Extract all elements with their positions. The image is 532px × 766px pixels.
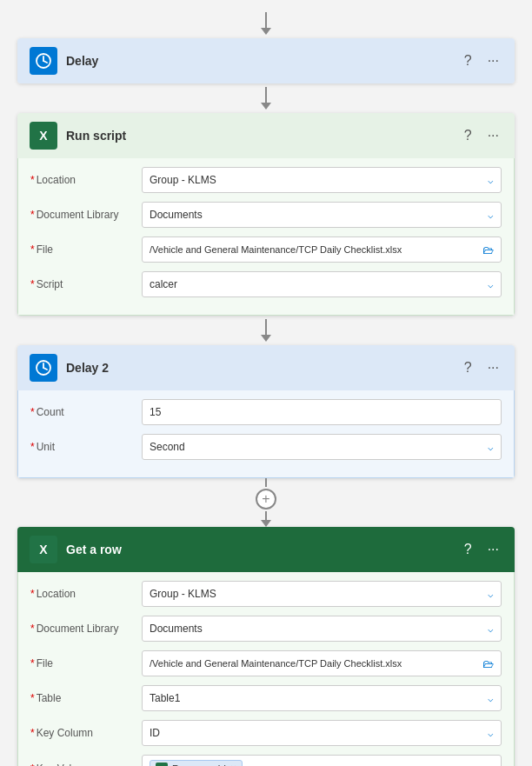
add-step-button[interactable]: +: [256, 489, 276, 510]
getrow-keycolumn-label: *Key Column: [30, 727, 135, 739]
excel-icon-text: X: [39, 129, 47, 143]
arrow-head: [261, 335, 271, 342]
delay2-unit-input[interactable]: Second ⌵: [142, 434, 502, 460]
arrow-line: [265, 12, 267, 28]
runscript-more-btn[interactable]: ···: [484, 126, 502, 145]
chevron-down-icon: ⌵: [488, 279, 494, 290]
excel-icon-text: X: [39, 543, 47, 556]
runscript-header[interactable]: X Run script ? ···: [17, 113, 515, 158]
getrow-body: *Location Group - KLMS ⌵ *Document Libra…: [17, 572, 515, 766]
getrow-help-btn[interactable]: ?: [461, 540, 475, 559]
delay2-title: Delay 2: [66, 361, 452, 375]
getrow-actions: ? ···: [461, 540, 502, 559]
token-excel-icon: X: [156, 763, 168, 766]
getrow-file-label: *File: [30, 657, 135, 669]
getrow-more-btn[interactable]: ···: [484, 540, 502, 559]
delay2-count-row: *Count 15: [30, 399, 502, 425]
delay2-header[interactable]: Delay 2 ? ···: [17, 345, 515, 390]
delay2-body: *Count 15 *Unit Second ⌵: [17, 390, 515, 478]
runscript-file-label: *File: [30, 243, 135, 256]
getrow-keyvalue-input[interactable]: X Response Id ×: [142, 755, 502, 766]
getrow-file-row: *File /Vehicle and General Maintenance/T…: [30, 650, 502, 676]
getrow-table-row: *Table Table1 ⌵: [30, 685, 502, 711]
getrow-table-label: *Table: [30, 692, 135, 704]
arrow-connector-1: [261, 83, 271, 113]
runscript-block: X Run script ? ··· *Location Group - KLM…: [17, 113, 515, 316]
runscript-doclibrary-row: *Document Library Documents ⌵: [30, 202, 502, 228]
runscript-title: Run script: [66, 129, 452, 143]
getrow-keyvalue-row: *Key Value X Response Id ×: [30, 755, 502, 766]
runscript-script-label: *Script: [30, 278, 135, 290]
getrow-location-input[interactable]: Group - KLMS ⌵: [142, 581, 502, 607]
svg-line-5: [43, 368, 47, 370]
runscript-doclibrary-label: *Document Library: [30, 209, 135, 221]
runscript-location-row: *Location Group - KLMS ⌵: [30, 167, 502, 193]
getrow-block: X Get a row ? ··· *Location Group - KLMS…: [17, 527, 515, 766]
getrow-doclibrary-input[interactable]: Documents ⌵: [142, 616, 502, 642]
clock2-icon: [35, 359, 52, 376]
arrow-line-bottom: [265, 511, 267, 520]
clock-icon: [35, 52, 52, 70]
getrow-keycolumn-input[interactable]: ID ⌵: [142, 720, 502, 746]
chevron-down-icon: ⌵: [488, 623, 494, 635]
getrow-title: Get a row: [66, 543, 452, 556]
chevron-down-icon: ⌵: [488, 210, 494, 221]
delay-header[interactable]: Delay ? ···: [17, 38, 515, 83]
delay2-more-btn[interactable]: ···: [484, 358, 502, 377]
delay-title: Delay: [66, 54, 452, 68]
chevron-down-icon: ⌵: [488, 589, 494, 600]
arrow-line: [265, 319, 267, 335]
chevron-down-icon: ⌵: [488, 175, 494, 186]
delay2-unit-label: *Unit: [30, 441, 135, 453]
arrow-head: [261, 28, 271, 35]
delay-actions: ? ···: [461, 51, 502, 70]
arrow-head: [261, 520, 271, 527]
chevron-down-icon: ⌵: [488, 693, 494, 704]
runscript-file-input[interactable]: /Vehicle and General Maintenance/TCP Dai…: [142, 236, 502, 263]
getrow-keycolumn-row: *Key Column ID ⌵: [30, 720, 502, 746]
folder-icon: 🗁: [482, 243, 494, 256]
top-arrow-connector: [261, 9, 271, 38]
arrow-line: [265, 87, 267, 103]
chevron-down-icon: ⌵: [488, 728, 494, 739]
chevron-down-icon: ⌵: [488, 442, 494, 453]
runscript-location-input[interactable]: Group - KLMS ⌵: [142, 167, 502, 193]
delay2-help-btn[interactable]: ?: [461, 358, 475, 377]
delay2-count-label: *Count: [30, 406, 135, 418]
runscript-script-row: *Script calcer ⌵: [30, 271, 502, 297]
runscript-script-input[interactable]: calcer ⌵: [142, 271, 502, 297]
token-remove-btn[interactable]: ×: [230, 763, 236, 766]
delay-help-btn[interactable]: ?: [461, 51, 475, 70]
getrow-file-input[interactable]: /Vehicle and General Maintenance/TCP Dai…: [142, 650, 502, 676]
arrow-connector-2: [261, 316, 271, 345]
delay2-count-input[interactable]: 15: [142, 399, 502, 425]
runscript-icon: X: [30, 122, 57, 150]
getrow-doclibrary-row: *Document Library Documents ⌵: [30, 616, 502, 642]
delay-more-btn[interactable]: ···: [484, 51, 502, 70]
runscript-body: *Location Group - KLMS ⌵ *Document Libra…: [17, 158, 515, 316]
getrow-table-input[interactable]: Table1 ⌵: [142, 685, 502, 711]
delay2-icon: [30, 354, 57, 382]
response-id-token: X Response Id ×: [150, 760, 243, 766]
getrow-location-row: *Location Group - KLMS ⌵: [30, 581, 502, 607]
getrow-header[interactable]: X Get a row ? ···: [17, 527, 515, 572]
flow-canvas: Delay ? ··· X Run script ? ···: [17, 9, 515, 766]
plus-connector: +: [256, 478, 276, 527]
runscript-location-label: *Location: [30, 174, 135, 186]
folder-icon: 🗁: [482, 657, 494, 670]
runscript-file-row: *File /Vehicle and General Maintenance/T…: [30, 236, 502, 263]
delay2-actions: ? ···: [461, 358, 502, 377]
arrow-head: [261, 103, 271, 110]
delay2-block: Delay 2 ? ··· *Count 15 *Unit: [17, 345, 515, 478]
getrow-doclibrary-label: *Document Library: [30, 623, 135, 635]
getrow-location-label: *Location: [30, 588, 135, 600]
arrow-line-top: [265, 478, 267, 487]
runscript-help-btn[interactable]: ?: [461, 126, 475, 145]
getrow-icon: X: [30, 536, 57, 563]
runscript-doclibrary-input[interactable]: Documents ⌵: [142, 202, 502, 228]
delay2-unit-row: *Unit Second ⌵: [30, 434, 502, 460]
delay-icon: [30, 47, 57, 75]
getrow-keyvalue-label: *Key Value: [30, 763, 135, 766]
delay-block: Delay ? ···: [17, 38, 515, 83]
svg-line-2: [43, 61, 47, 63]
